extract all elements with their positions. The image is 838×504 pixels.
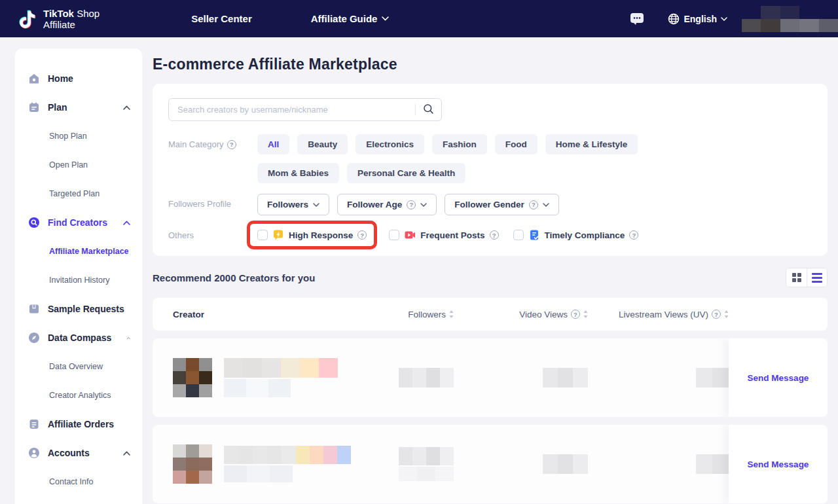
redacted-video-views-value xyxy=(543,368,588,387)
help-icon[interactable]: ? xyxy=(227,140,236,149)
category-chip-beauty[interactable]: Beauty xyxy=(297,134,348,154)
sidebar-item-open-plan[interactable]: Open Plan xyxy=(15,151,142,179)
view-toggle xyxy=(786,268,828,287)
followers-dropdown[interactable]: Followers xyxy=(257,194,329,215)
column-livestream-views[interactable]: Livestream Views (UV) ? xyxy=(619,310,729,319)
accounts-icon xyxy=(28,447,40,459)
category-chip-electronics[interactable]: Electronics xyxy=(355,134,424,154)
brand-logo[interactable]: TikTok Shop Affiliate xyxy=(18,8,100,30)
sidebar-item-label: Home xyxy=(48,73,73,84)
chevron-up-icon xyxy=(123,105,130,110)
follower-age-dropdown[interactable]: Follower Age ? xyxy=(337,194,437,215)
sidebar-item-data-overview[interactable]: Data Overview xyxy=(15,352,142,381)
main-content: E-commerce Affiliate Marketplace Main Ca… xyxy=(153,37,828,503)
category-chips: All Beauty Electronics Fashion Food Home… xyxy=(257,134,722,183)
sort-icon[interactable] xyxy=(724,310,729,318)
send-message-button[interactable]: Send Message xyxy=(748,373,809,383)
redacted-avatar xyxy=(173,358,212,397)
nav-link-seller-center[interactable]: Seller Center xyxy=(191,13,252,24)
app-root: TikTok Shop Affiliate Seller Center Affi… xyxy=(0,0,838,504)
sidebar-item-label: Accounts xyxy=(48,448,90,458)
language-selector[interactable]: English xyxy=(668,13,727,25)
redacted-account-info[interactable] xyxy=(742,6,838,32)
help-icon[interactable]: ? xyxy=(529,200,538,209)
help-icon[interactable]: ? xyxy=(712,310,721,319)
table-header: Creator Followers Video Views ? Livestre… xyxy=(153,298,828,331)
sample-requests-icon xyxy=(28,303,40,315)
language-label: English xyxy=(683,14,717,24)
chevron-up-icon xyxy=(123,451,130,456)
category-chip-home-lifestyle[interactable]: Home & Lifestyle xyxy=(545,134,638,154)
high-response-checkbox[interactable] xyxy=(257,230,268,240)
tiktok-note-icon xyxy=(18,8,38,30)
list-view-icon[interactable] xyxy=(807,268,827,287)
frequent-posts-icon xyxy=(404,229,416,241)
creator-row[interactable]: Send Message xyxy=(153,425,828,503)
others-label: Others xyxy=(168,225,257,245)
followers-profile-row: Followers Profile Followers Follower Age… xyxy=(168,194,812,215)
sidebar-item-data-compass[interactable]: Data Compass xyxy=(15,323,142,352)
help-icon[interactable]: ? xyxy=(571,310,580,319)
redacted-avatar xyxy=(173,444,212,484)
help-icon[interactable]: ? xyxy=(357,230,367,240)
sidebar-item-label: Affiliate Orders xyxy=(48,419,114,429)
high-response-checkbox-group[interactable]: High Response ? xyxy=(257,229,367,241)
redacted-name-tags xyxy=(224,446,351,464)
chevron-down-icon xyxy=(543,203,549,207)
help-icon[interactable]: ? xyxy=(407,200,416,209)
redacted-livestream-views-value xyxy=(696,454,729,474)
column-followers[interactable]: Followers xyxy=(408,310,454,319)
high-response-icon xyxy=(272,229,284,241)
follower-gender-dropdown[interactable]: Follower Gender ? xyxy=(445,194,559,215)
redacted-subtext xyxy=(224,465,351,482)
sidebar-item-plan[interactable]: Plan xyxy=(15,93,142,122)
creator-row[interactable]: Send Message xyxy=(153,338,828,417)
sidebar-item-shop-plan[interactable]: Shop Plan xyxy=(15,122,142,151)
redacted-name-tags xyxy=(224,358,338,378)
sidebar-item-affiliate-marketplace[interactable]: Affiliate Marketplace xyxy=(15,237,142,266)
column-video-views[interactable]: Video Views ? xyxy=(519,310,588,319)
timely-compliance-checkbox[interactable] xyxy=(513,230,524,240)
help-icon[interactable]: ? xyxy=(629,230,638,240)
search-box xyxy=(168,98,442,121)
category-chip-personal-care-health[interactable]: Personal Care & Health xyxy=(347,163,465,183)
category-chip-mom-babies[interactable]: Mom & Babies xyxy=(257,163,339,183)
search-icon[interactable] xyxy=(423,103,434,115)
chevron-down-icon xyxy=(721,17,727,21)
chevron-down-icon xyxy=(313,203,319,207)
category-chip-all[interactable]: All xyxy=(257,134,289,154)
timely-compliance-checkbox-group[interactable]: Timely Compliance ? xyxy=(513,229,639,241)
redacted-creator-info xyxy=(224,446,351,482)
chevron-up-icon xyxy=(127,336,130,340)
category-chip-food[interactable]: Food xyxy=(495,134,537,154)
frequent-posts-checkbox[interactable] xyxy=(389,230,399,240)
sidebar-item-label: Find Creators xyxy=(48,217,107,228)
sidebar-item-sample-requests[interactable]: Sample Requests xyxy=(15,295,142,323)
chat-bubble-icon[interactable] xyxy=(630,12,644,26)
recommend-row: Recommend 2000 Creators for you xyxy=(153,268,828,287)
search-input[interactable] xyxy=(168,98,442,121)
nav-link-affiliate-guide[interactable]: Affiliate Guide xyxy=(311,13,390,24)
sidebar-item-affiliate-orders[interactable]: Affiliate Orders xyxy=(15,410,142,439)
main-category-row: Main Category ? All Beauty Electronics F… xyxy=(168,134,812,183)
nav-link-label: Affiliate Guide xyxy=(311,13,378,24)
sidebar-item-targeted-plan[interactable]: Targeted Plan xyxy=(15,179,142,208)
send-message-button[interactable]: Send Message xyxy=(748,459,809,469)
sidebar-item-find-creators[interactable]: Find Creators xyxy=(15,208,142,237)
top-navbar: TikTok Shop Affiliate Seller Center Affi… xyxy=(0,0,838,37)
category-chip-fashion[interactable]: Fashion xyxy=(432,134,487,154)
sort-icon[interactable] xyxy=(449,310,454,318)
sidebar-item-home[interactable]: Home xyxy=(15,64,142,93)
sidebar-item-contact-info[interactable]: Contact Info xyxy=(15,467,142,496)
help-icon[interactable]: ? xyxy=(490,230,499,240)
frequent-posts-checkbox-group[interactable]: Frequent Posts ? xyxy=(389,229,498,241)
sidebar-item-label: Plan xyxy=(48,102,67,113)
sidebar-item-creator-analytics[interactable]: Creator Analytics xyxy=(15,381,142,410)
chevron-down-icon xyxy=(420,203,427,207)
grid-view-icon[interactable] xyxy=(786,268,807,287)
sidebar: Home Plan Shop Plan Open Plan Targeted P… xyxy=(15,48,142,504)
sort-icon[interactable] xyxy=(583,310,588,318)
sidebar-item-accounts[interactable]: Accounts xyxy=(15,439,142,467)
sidebar-item-invitation-history[interactable]: Invitation History xyxy=(15,266,142,295)
brand-text: TikTok Shop Affiliate xyxy=(43,8,100,30)
